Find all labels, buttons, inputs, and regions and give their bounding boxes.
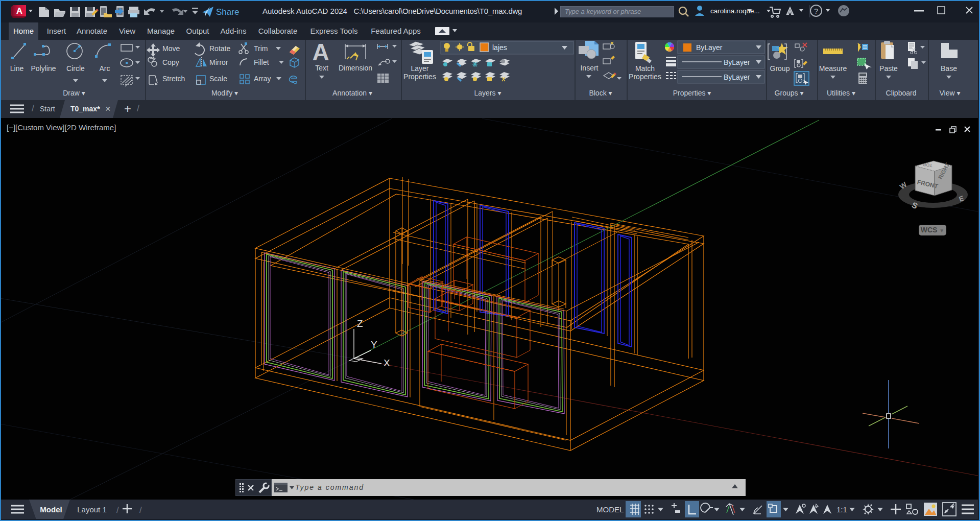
svg-text:Fillet: Fillet <box>254 58 269 66</box>
svg-text:Paste: Paste <box>879 64 898 73</box>
svg-text:Scale: Scale <box>209 75 227 83</box>
svg-text:Stretch: Stretch <box>162 75 185 83</box>
svg-text:Rotate: Rotate <box>209 44 230 53</box>
svg-text:Share: Share <box>216 7 239 17</box>
svg-text:Match: Match <box>635 64 655 73</box>
svg-text:X: X <box>384 358 390 368</box>
svg-text:ByLayer: ByLayer <box>696 43 723 52</box>
svg-text:Trim: Trim <box>254 44 268 53</box>
svg-text:MODEL: MODEL <box>596 505 624 514</box>
svg-text:/: / <box>139 505 142 515</box>
svg-text:Text: Text <box>315 64 328 72</box>
svg-text:Properties: Properties <box>403 73 436 81</box>
svg-text:/: / <box>116 505 119 515</box>
svg-text:Layer: Layer <box>411 64 428 73</box>
svg-text:Line: Line <box>10 64 24 73</box>
svg-text:Insert: Insert <box>580 64 598 72</box>
svg-text:A: A <box>312 40 329 65</box>
svg-text:?: ? <box>814 7 818 15</box>
svg-text:Group: Group <box>770 64 790 73</box>
svg-text:Array: Array <box>254 75 271 83</box>
svg-text:Dimension: Dimension <box>339 64 372 72</box>
svg-text:1:1: 1:1 <box>836 505 847 514</box>
svg-text:Copy: Copy <box>162 58 179 66</box>
svg-text:A: A <box>16 6 22 16</box>
svg-text:ByLayer: ByLayer <box>724 58 750 66</box>
svg-text:Move: Move <box>162 44 180 53</box>
svg-text:Measure: Measure <box>819 64 847 73</box>
svg-text:Circle: Circle <box>66 64 85 73</box>
svg-text:Properties: Properties <box>629 73 661 81</box>
svg-text:ByLayer: ByLayer <box>724 73 750 81</box>
svg-text:Y: Y <box>371 339 377 350</box>
svg-text:Polyline: Polyline <box>31 64 56 73</box>
svg-text:Base: Base <box>941 64 957 73</box>
svg-text:Mirror: Mirror <box>209 58 228 66</box>
svg-text:Layout 1: Layout 1 <box>77 505 107 514</box>
svg-text:Arc: Arc <box>100 64 110 73</box>
svg-text:Model: Model <box>40 505 62 514</box>
svg-text:Z: Z <box>357 318 363 329</box>
svg-text:lajes: lajes <box>492 43 507 52</box>
